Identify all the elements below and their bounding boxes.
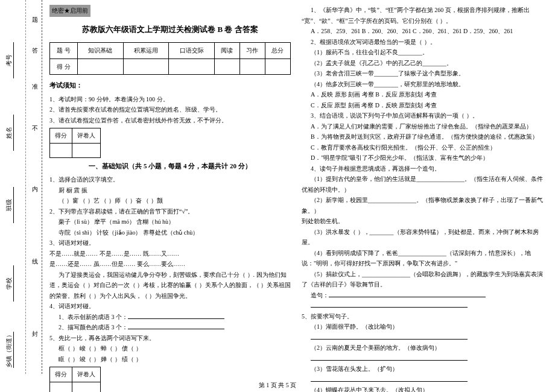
- q4-stem: 4、词语对对碰。: [49, 301, 291, 312]
- r2-B: C．反应 原型 刻画 考察 D．反映 原型刻划 考查: [302, 100, 543, 111]
- q2-l2: 寺院（sì shì） 计较（jiǎo jiào） 养尊处优（chǔ chù）: [49, 227, 291, 238]
- r4-l1: （1）提到古代的皇帝，他们的生活就是________________。（指生活在…: [302, 174, 543, 195]
- r3-A: A．为了满足人们对健康的需要，厂家纷纷推出了绿色食品。（指绿色的蔬菜果品）: [302, 121, 543, 132]
- q2-stem: 2、下列带点字容易读错，请在正确的音节下面打“√”。: [49, 206, 291, 217]
- r3-B: B．为将物资及时送到灾区，政府开辟了绿色通道。（指方便快捷的途径，优惠政策）: [302, 131, 543, 142]
- r5-b2[interactable]: [302, 353, 543, 364]
- r4-l6: （5）捐款仪式上，________________（会唱歌和会跳舞），的藏族学生…: [302, 269, 543, 290]
- score-c1[interactable]: [78, 58, 124, 75]
- q3-stem: 3、词语对对碰。: [49, 238, 291, 248]
- notice-2: 2、请首先按要求在试卷的指定位置填写您的姓名、班级、学号。: [49, 104, 291, 115]
- score-c6[interactable]: [265, 58, 290, 75]
- mini1-b1[interactable]: [50, 143, 72, 158]
- score-h4: 阅读: [214, 43, 239, 59]
- q4-l1: 1、表示创新的成语 3 个：: [49, 312, 291, 323]
- notice-head: 考试须知：: [49, 80, 291, 91]
- q5-l1: 框（ ） 峻（ ） 蝉（ ） 债（ ）: [49, 343, 291, 354]
- q3-para: 为了迎接奥运会，我国运动健儿争分夺秒，刻苦锻炼，要求自己十分（ ）. 因为他们知…: [49, 270, 291, 302]
- score-table: 题 号 知识基础 积累运用 口语交际 阅读 习作 总分 得 分: [49, 42, 291, 75]
- score-c5[interactable]: [239, 58, 265, 75]
- mini2-c2: 评卷人: [72, 367, 101, 382]
- score-h3: 口语交际: [169, 43, 215, 59]
- left-column: 绝密★启用前 苏教版六年级语文上学期过关检测试卷 B 卷 含答案 题 号 知识基…: [49, 5, 291, 373]
- r2-l4: （4）他多次到三峡一带________，研究那里的地形地貌。: [302, 79, 543, 90]
- r4-l2: （2）新学期，校园里________________。（指事物或景象改换了样子，…: [302, 195, 543, 216]
- mini1-c2: 评卷人: [72, 128, 101, 144]
- q1-row1: 厨 橱 震 振: [49, 185, 291, 196]
- score-h1: 知识基础: [78, 43, 124, 59]
- r5-l1: （1）湖面很平静。（改比喻句）: [302, 321, 543, 332]
- r2-stem: 2、根据语境依次写词语最恰当的一项是（ ）。: [302, 37, 543, 48]
- field-class[interactable]: 班级: [5, 187, 14, 223]
- score-h0: 题 号: [50, 43, 78, 59]
- r4-l5: （4）看到明明成绩下降了，爸爸________________（话深刻有力，情意…: [302, 248, 543, 269]
- mini-score-1: 得分评卷人: [49, 128, 101, 158]
- score-c2[interactable]: [123, 58, 169, 75]
- score-h6: 总分: [265, 43, 290, 59]
- r4-l3: 到处勃勃生机。: [302, 216, 543, 227]
- q3-a: 不是……就是…… 不是……是…… 既……又……: [49, 248, 291, 259]
- right-column: 1、《新华字典》中，“筷”、“狂”两个字都在第 260 页，根据音序排列规律，推…: [302, 5, 543, 373]
- r4-make: 造句：: [302, 290, 543, 301]
- r4-stem: 4、读句子并根据意思填成语，再选择一个造句。: [302, 163, 543, 174]
- q1-row2: （ ）窗 （ ）艺 （ ）师 （ ）奋 （ ）颤: [49, 195, 291, 206]
- field-name[interactable]: 姓名: [5, 115, 14, 151]
- score-c4[interactable]: [214, 58, 239, 75]
- notice-1: 1、考试时间：90 分钟。本卷满分为 100 分。: [49, 94, 291, 105]
- r3-stem: 3、结合语境，说说下列句子中加点词语解释有误的一项（ ）。: [302, 110, 543, 121]
- q5-l2: 眶（ ） 竣（ ） 婵（ ） 绩（ ）: [49, 354, 291, 365]
- r1-opts: A．258、259、261 B．260、260、261 C．260、261、26…: [302, 26, 543, 37]
- r3-C: C．教育厅要求各高校实行阳光招生。（指公开、公平、公正的招生）: [302, 142, 543, 153]
- mini2-c1: 得分: [50, 367, 72, 382]
- r1-stem: 1、《新华字典》中，“筷”、“狂”两个字都在第 260 页，根据音序排列规律，推…: [302, 5, 543, 26]
- score-c3[interactable]: [169, 58, 215, 75]
- r2-A: A．反映 原形 刻画 考察 B．反应 原形刻划 考查: [302, 89, 543, 100]
- q5-stem: 5、先比一比，再各选两个词语写下来。: [49, 333, 291, 344]
- q3-b: 是……还是…… 虽……但是…… 要么……要么……: [49, 259, 291, 270]
- secret-tag: 绝密★启用前: [49, 5, 90, 17]
- q1-stem: 1、选择合适的汉字填空。: [49, 174, 291, 185]
- r5-l3: （3）雪花落在头发上。（扩句）: [302, 364, 543, 375]
- exam-title: 苏教版六年级语文上学期过关检测试卷 B 卷 含答案: [49, 23, 291, 37]
- r4-make2: [302, 300, 543, 311]
- score-rowlabel: 得 分: [50, 58, 78, 75]
- r5-stem: 5、按要求写句子。: [302, 311, 543, 322]
- mini1-c1: 得分: [50, 128, 72, 144]
- q2-l1: 栗子（lì sù） 摩平（mā mó） 含糊（hú hù）: [49, 217, 291, 227]
- field-school[interactable]: 学校: [5, 265, 14, 302]
- notice-3: 3、请在试卷指定位置作答，在试卷密封线外作答无效，不予评分。: [49, 115, 291, 126]
- section-1-head: 一、基础知识（共 5 小题，每题 4 分，本题共计 20 分）: [49, 160, 291, 172]
- r5-l2: （2）云南的夏天是个美丽的地方。（修改病句）: [302, 343, 543, 353]
- r2-l2: （2）孟夫子就是《孔乙己》中的孔乙己的________。: [302, 58, 543, 69]
- r3-D: D．"明星学院"吸引了不少阳光少年。（指活泼、富有生气的少年）: [302, 153, 543, 163]
- field-seat[interactable]: 考号: [5, 42, 14, 78]
- page-body: 绝密★启用前 苏教版六年级语文上学期过关检测试卷 B 卷 含答案 题 号 知识基…: [49, 5, 544, 373]
- score-h5: 习作: [239, 43, 265, 59]
- field-township[interactable]: 乡镇（街道）: [5, 332, 14, 368]
- mini1-b2[interactable]: [72, 143, 101, 158]
- binding-margin: 乡镇（街道） 学校 班级 姓名 考号 封 线 内 不 准 答 题: [0, 0, 42, 374]
- r5-b1[interactable]: [302, 332, 543, 343]
- r4-l4: （3）洪水暴发（ ），________（形容来势特猛），到处都是。而来，冲倒了树…: [302, 227, 543, 248]
- page-footer: 第 1 页 共 5 页: [0, 381, 555, 390]
- r2-l1: （1）服药不当，往往会引起不良________。: [302, 47, 543, 58]
- q4-l2: 2、描写颜色的成语 3 个：: [49, 322, 291, 333]
- score-h2: 积累运用: [123, 43, 169, 59]
- r2-l3: （3）老舍含泪三峡一带________了猿猴子这个典型形象。: [302, 68, 543, 79]
